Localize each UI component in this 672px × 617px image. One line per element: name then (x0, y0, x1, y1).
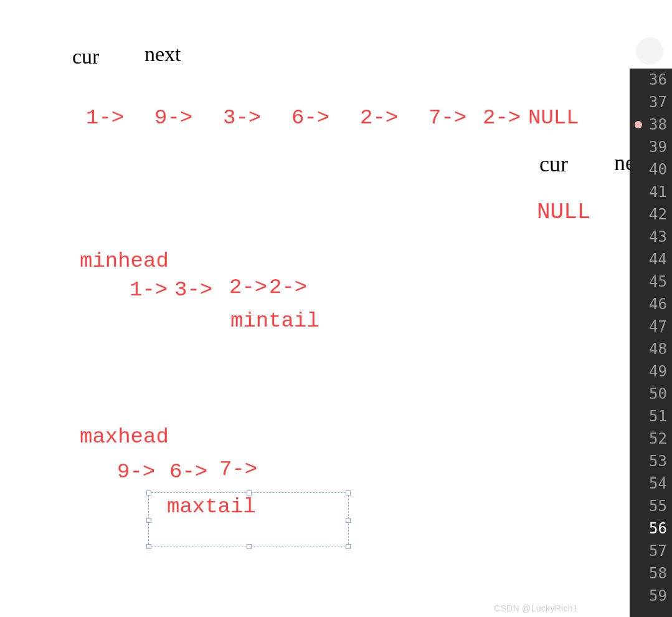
line-number-gutter[interactable]: 3637383940414243444546474849505152535455… (630, 69, 672, 617)
resize-handle-s[interactable] (247, 544, 252, 549)
line-number[interactable]: 45 (630, 270, 672, 293)
resize-handle-w[interactable] (146, 518, 151, 523)
line-number[interactable]: 40 (630, 158, 672, 181)
resize-handle-nw[interactable] (146, 490, 151, 495)
list-node-6: 7-> (428, 106, 466, 130)
list-node-4: 6-> (291, 106, 329, 130)
max-node-1: 9-> (117, 460, 155, 484)
line-number[interactable]: 53 (630, 450, 672, 472)
min-node-2: 3-> (174, 278, 212, 302)
modified-dot-icon (635, 121, 642, 128)
line-number[interactable]: 43 (630, 226, 672, 248)
line-number[interactable]: 59 (630, 585, 672, 607)
pointer-label-cur-right: cur (539, 151, 568, 177)
line-number[interactable]: 56 (630, 517, 672, 540)
max-node-2: 6-> (169, 460, 207, 484)
resize-handle-sw[interactable] (146, 544, 151, 549)
line-number[interactable]: 57 (630, 540, 672, 562)
line-number[interactable]: 41 (630, 181, 672, 203)
list-node-2: 9-> (154, 106, 192, 130)
editor-sidebar: 3637383940414243444546474849505152535455… (630, 0, 672, 617)
label-maxtail: maxtail (167, 495, 256, 519)
line-number[interactable]: 55 (630, 495, 672, 517)
line-number[interactable]: 39 (630, 136, 672, 158)
line-number[interactable]: 44 (630, 248, 672, 270)
resize-handle-e[interactable] (346, 518, 351, 523)
line-number[interactable]: 49 (630, 360, 672, 383)
list-node-null: NULL (528, 106, 579, 130)
pointer-label-cur: cur (72, 45, 99, 69)
line-number[interactable]: 52 (630, 428, 672, 450)
list-node-1: 1-> (86, 106, 124, 130)
label-minhead: minhead (80, 249, 169, 273)
list-node-3: 3-> (223, 106, 261, 130)
line-number[interactable]: 46 (630, 293, 672, 315)
line-number[interactable]: 36 (630, 69, 672, 91)
line-number[interactable]: 38 (630, 113, 672, 136)
line-number[interactable]: 47 (630, 315, 672, 338)
line-number[interactable]: 48 (630, 338, 672, 360)
min-node-4: 2-> (269, 275, 307, 299)
label-mintail: mintail (230, 309, 319, 333)
sidebar-top-strip (630, 0, 672, 69)
min-node-3: 2-> (229, 275, 267, 299)
line-number[interactable]: 58 (630, 562, 672, 585)
resize-handle-se[interactable] (346, 544, 351, 549)
diagram-canvas: cur next 1-> 9-> 3-> 6-> 2-> 7-> 2-> NUL… (0, 0, 623, 617)
label-maxhead: maxhead (80, 425, 169, 449)
line-number[interactable]: 54 (630, 472, 672, 495)
min-node-1: 1-> (130, 278, 168, 302)
max-node-3: 7-> (219, 457, 257, 481)
watermark: CSDN @LuckyRich1 (494, 603, 578, 613)
list-node-7: 2-> (483, 106, 521, 130)
list-node-5: 2-> (360, 106, 398, 130)
line-number[interactable]: 51 (630, 405, 672, 428)
status-circle-icon (636, 37, 663, 65)
resize-handle-ne[interactable] (346, 490, 351, 495)
line-number[interactable]: 42 (630, 203, 672, 226)
line-number[interactable]: 50 (630, 383, 672, 405)
pointer-value-null: NULL (537, 199, 590, 225)
line-number[interactable]: 37 (630, 91, 672, 113)
pointer-label-next: next (144, 42, 181, 66)
